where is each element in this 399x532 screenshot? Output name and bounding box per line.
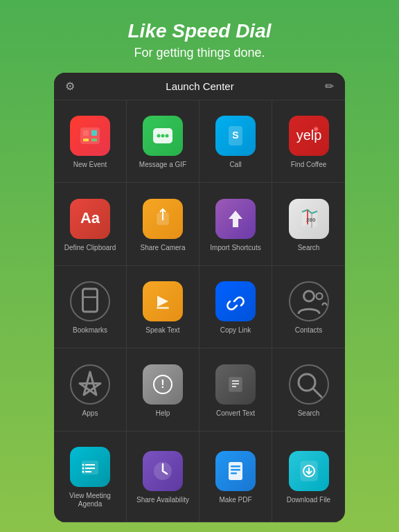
grid-cell-find-coffee[interactable]: yelp ✱ Find Coffee	[272, 100, 345, 183]
share-avail-icon	[143, 451, 183, 491]
svg-rect-26	[229, 378, 242, 391]
svg-rect-4	[91, 139, 97, 141]
grid-cell-speak-text[interactable]: Speak Text	[127, 266, 200, 348]
find-coffee-icon: yelp ✱	[289, 116, 329, 156]
svg-marker-23	[80, 372, 100, 395]
import-shortcuts-icon	[215, 199, 256, 239]
svg-rect-3	[83, 139, 89, 141]
svg-rect-2	[91, 130, 97, 136]
call-icon: S	[215, 116, 256, 156]
svg-point-7	[161, 134, 165, 138]
svg-marker-19	[157, 296, 168, 307]
svg-text:S: S	[232, 130, 238, 141]
view-meeting-icon	[70, 447, 110, 487]
speak-text-icon	[143, 281, 183, 321]
grid-cell-search[interactable]: Search	[272, 348, 345, 431]
call-label: Call	[229, 161, 241, 169]
find-coffee-label: Find Coffee	[291, 161, 327, 169]
grid-cell-contacts[interactable]: Contacts	[272, 266, 345, 348]
grid-cell-bookmarks[interactable]: Bookmarks	[54, 266, 127, 348]
hero-section: Like Speed Dial For getting things done.	[114, 0, 285, 73]
grid-cell-make-pdf[interactable]: Make PDF	[200, 432, 272, 522]
apps-label: Apps	[82, 409, 98, 418]
share-avail-label: Share Availability	[136, 496, 189, 504]
svg-point-6	[157, 134, 161, 138]
search-maps-icon: 280	[289, 199, 329, 239]
grid-cell-share-camera[interactable]: Share Camera	[127, 183, 200, 265]
svg-point-38	[82, 471, 85, 473]
svg-rect-43	[231, 472, 237, 475]
share-camera-icon	[143, 199, 183, 239]
new-event-label: New Event	[73, 161, 107, 169]
bookmarks-label: Bookmarks	[73, 326, 107, 335]
make-pdf-label: Make PDF	[219, 496, 251, 504]
app-grid: New Event Message a GIF S Call yelp ✱ Fi…	[54, 100, 345, 522]
download-file-label: Download File	[287, 496, 330, 504]
download-file-icon	[289, 451, 329, 491]
grid-cell-share-avail[interactable]: Share Availability	[127, 432, 200, 522]
svg-text:Aa: Aa	[80, 209, 100, 227]
help-icon: !	[143, 364, 183, 405]
title-bar: ⚙ Launch Center ✏	[54, 73, 345, 100]
import-shortcuts-label: Import Shortcuts	[210, 244, 260, 252]
svg-point-22	[316, 293, 322, 299]
svg-line-31	[313, 389, 321, 397]
define-clipboard-label: Define Clipboard	[64, 244, 116, 252]
search-label: Search	[298, 409, 320, 418]
title-bar-label: Launch Center	[166, 80, 233, 92]
svg-point-21	[303, 291, 314, 301]
make-pdf-icon	[215, 451, 256, 491]
grid-cell-view-meeting[interactable]: View Meeting Agenda	[54, 432, 127, 522]
svg-rect-1	[83, 130, 89, 136]
svg-text:280: 280	[306, 217, 316, 223]
share-camera-label: Share Camera	[140, 244, 185, 252]
search-icon	[289, 364, 329, 405]
grid-cell-message-gif[interactable]: Message a GIF	[127, 100, 200, 183]
bookmarks-icon	[70, 281, 110, 321]
grid-cell-download-file[interactable]: Download File	[272, 432, 345, 522]
grid-cell-import-shortcuts[interactable]: Import Shortcuts	[200, 183, 272, 265]
grid-cell-convert-text[interactable]: Convert Text	[200, 348, 272, 431]
new-event-icon	[70, 116, 110, 156]
search-maps-label: Search	[298, 244, 320, 252]
message-gif-icon	[143, 116, 183, 156]
copy-link-icon	[215, 281, 256, 321]
convert-text-label: Convert Text	[216, 409, 255, 418]
svg-rect-41	[231, 466, 240, 468]
svg-rect-20	[157, 307, 169, 309]
svg-point-36	[82, 464, 85, 466]
grid-cell-search-maps[interactable]: 280 Search	[272, 183, 345, 265]
copy-link-label: Copy Link	[220, 326, 251, 335]
svg-text:✱: ✱	[313, 125, 319, 133]
svg-text:!: !	[161, 378, 164, 390]
svg-point-8	[166, 134, 169, 138]
grid-cell-help[interactable]: ! Help	[127, 348, 200, 431]
edit-icon[interactable]: ✏	[325, 80, 334, 93]
help-label: Help	[156, 409, 170, 418]
svg-rect-17	[83, 289, 98, 312]
svg-point-37	[82, 468, 85, 470]
settings-icon[interactable]: ⚙	[65, 80, 75, 93]
grid-cell-new-event[interactable]: New Event	[54, 100, 127, 183]
hero-subtitle: For getting things done.	[128, 46, 272, 60]
grid-cell-copy-link[interactable]: Copy Link	[200, 266, 272, 348]
view-meeting-label: View Meeting Agenda	[58, 492, 122, 508]
apps-icon	[70, 364, 110, 405]
grid-cell-call[interactable]: S Call	[200, 100, 272, 183]
svg-rect-42	[231, 469, 240, 471]
convert-text-icon	[215, 364, 256, 405]
define-clipboard-icon: Aa	[70, 199, 110, 239]
grid-cell-define-clipboard[interactable]: Aa Define Clipboard	[54, 183, 127, 265]
contacts-icon	[289, 281, 329, 321]
speak-text-label: Speak Text	[145, 326, 179, 335]
grid-cell-apps[interactable]: Apps	[54, 348, 127, 431]
svg-rect-0	[80, 127, 100, 144]
message-gif-label: Message a GIF	[139, 161, 186, 169]
hero-title: Like Speed Dial	[128, 19, 272, 43]
svg-rect-40	[229, 462, 242, 480]
phone-frame: ⚙ Launch Center ✏ New Event Message a GI…	[54, 73, 345, 522]
contacts-label: Contacts	[295, 326, 322, 335]
